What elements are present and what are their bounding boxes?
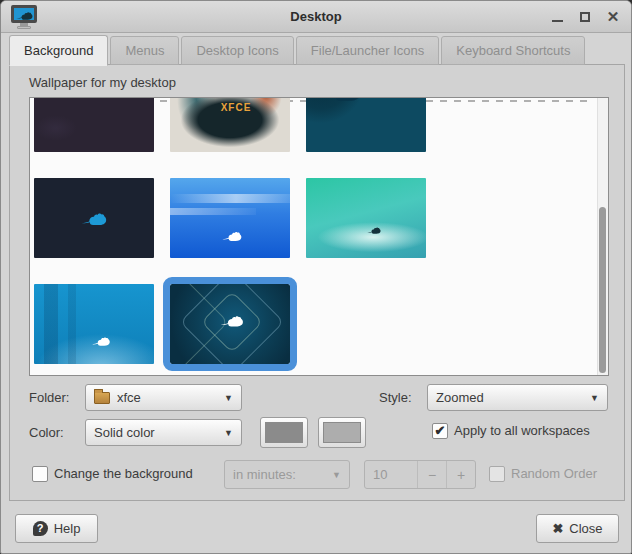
xfce-mouse-icon — [92, 336, 111, 348]
close-button[interactable]: ✖ Close — [536, 514, 619, 543]
close-icon: ✕ — [607, 8, 620, 26]
checkmark-icon: ✔ — [435, 423, 446, 438]
folder-value: xfce — [117, 390, 141, 405]
wallpaper-grid: XFCE — [34, 97, 426, 364]
xfce-mouse-icon — [81, 211, 107, 228]
background-tab-page: Wallpaper for my desktop XFCE — [9, 64, 625, 501]
tab-label: Menus — [125, 43, 164, 58]
wallpaper-thumbnail-paint-splatter[interactable]: XFCE — [170, 97, 290, 152]
interval-value: in minutes: — [233, 467, 296, 482]
xfce-mouse-icon — [367, 226, 381, 235]
change-background-checkbox[interactable] — [32, 466, 48, 482]
spinner-decrement-button: − — [417, 461, 446, 488]
tab-desktop-icons[interactable]: Desktop Icons — [181, 36, 293, 65]
wallpaper-text: XFCE — [221, 102, 252, 113]
maximize-button[interactable] — [577, 9, 593, 25]
close-button-label: Close — [569, 521, 602, 536]
minimize-button[interactable] — [549, 9, 565, 25]
spinner-increment-button: + — [446, 461, 475, 488]
tab-keyboard-shortcuts[interactable]: Keyboard Shortcuts — [441, 36, 585, 65]
tab-label: Keyboard Shortcuts — [456, 43, 570, 58]
interval-dropdown: in minutes: ▼ — [224, 460, 350, 489]
primary-color-button[interactable] — [260, 417, 308, 448]
wallpaper-thumbnail-dark-teal-diamonds[interactable] — [170, 284, 290, 364]
secondary-color-button — [318, 417, 366, 448]
minutes-spinner: 10 − + — [364, 460, 476, 489]
color-style-value: Solid color — [94, 425, 155, 440]
minutes-value: 10 — [365, 461, 417, 488]
style-dropdown[interactable]: Zoomed ▼ — [427, 384, 608, 411]
tab-menus[interactable]: Menus — [110, 36, 179, 65]
minus-icon: − — [428, 467, 436, 483]
window-title: Desktop — [1, 9, 631, 24]
window-close-button[interactable]: ✕ — [605, 9, 621, 25]
color-style-dropdown[interactable]: Solid color ▼ — [85, 419, 242, 446]
folder-icon — [94, 392, 110, 404]
random-order-label: Random Order — [511, 466, 597, 482]
close-x-icon: ✖ — [552, 521, 563, 536]
scrollbar-track[interactable] — [597, 98, 608, 375]
help-icon: ? — [33, 521, 48, 536]
secondary-color-swatch — [323, 422, 361, 443]
random-order-checkbox — [489, 466, 505, 482]
desktop-settings-window: Desktop ✕ BackgroundMenusDesktop IconsFi… — [0, 0, 632, 554]
apply-all-workspaces-checkbox[interactable]: ✔ — [432, 423, 448, 439]
wallpaper-thumbnail-cyan-vertical-stripes[interactable] — [34, 284, 154, 364]
plus-icon: + — [457, 467, 465, 483]
maximize-icon — [580, 12, 590, 22]
xfce-mouse-icon — [220, 314, 244, 329]
style-value: Zoomed — [436, 390, 484, 405]
wallpaper-heading: Wallpaper for my desktop — [29, 75, 176, 90]
tab-label: File/Launcher Icons — [311, 43, 424, 58]
titlebar[interactable]: Desktop ✕ — [1, 1, 631, 33]
primary-color-swatch — [265, 422, 303, 443]
chevron-down-icon: ▼ — [224, 393, 233, 403]
tab-file-launcher-icons[interactable]: File/Launcher Icons — [296, 36, 439, 65]
folder-label: Folder: — [29, 384, 69, 411]
change-background-label: Change the background — [54, 466, 193, 482]
tab-background[interactable]: Background — [9, 35, 108, 66]
chevron-down-icon: ▼ — [590, 393, 599, 403]
tab-label: Background — [24, 43, 93, 58]
wallpaper-thumbnail-dark-navy-blue-mouse[interactable] — [34, 178, 154, 258]
chevron-down-icon: ▼ — [224, 428, 233, 438]
help-button-label: Help — [54, 521, 81, 536]
tab-bar: BackgroundMenusDesktop IconsFile/Launche… — [9, 34, 623, 65]
color-label: Color: — [29, 419, 64, 446]
folder-dropdown[interactable]: xfce ▼ — [85, 384, 242, 411]
xfce-mouse-icon — [222, 231, 242, 244]
wallpaper-thumbnail-teal-mouse-silhouette[interactable] — [306, 97, 426, 152]
tab-label: Desktop Icons — [196, 43, 278, 58]
xfce-mouse-icon — [322, 97, 362, 106]
chevron-down-icon: ▼ — [332, 470, 341, 480]
help-button[interactable]: ? Help — [15, 514, 98, 543]
minimize-icon — [552, 20, 563, 22]
scrollbar-thumb[interactable] — [599, 207, 606, 373]
wallpaper-thumbnail-dark-purple-flower[interactable] — [34, 97, 154, 152]
wallpaper-list[interactable]: XFCE — [29, 97, 609, 376]
wallpaper-thumbnail-teal-green-glow[interactable] — [306, 178, 426, 258]
style-label: Style: — [379, 384, 412, 411]
wallpaper-thumbnail-blue-streaks[interactable] — [170, 178, 290, 258]
apply-all-workspaces-label: Apply to all workspaces — [454, 423, 590, 439]
